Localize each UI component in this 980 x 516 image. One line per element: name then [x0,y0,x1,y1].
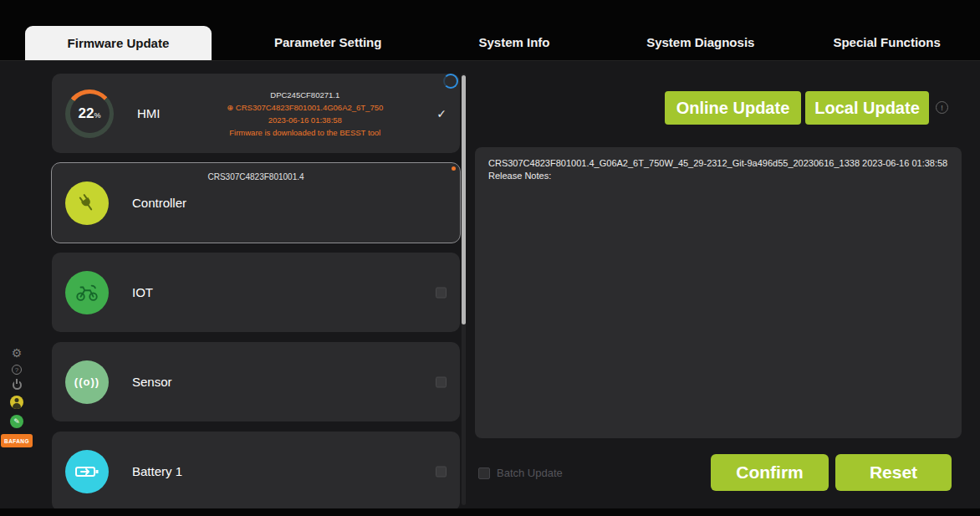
tab-special-functions[interactable]: Special Functions [794,23,980,60]
scrollbar-track [462,74,466,505]
iot-checkbox[interactable] [436,287,447,298]
firmware-file-icon: ⊕ [227,103,233,112]
power-icon[interactable] [13,381,22,390]
device-card-controller[interactable]: CRS307C4823F801001.4 Controller [52,163,460,243]
device-name-sensor: Sensor [132,375,172,389]
bottom-strip [0,508,980,516]
iot-bike-icon [65,271,109,314]
firmware-build-info: CRS307C4823F801001.4_G06A2_6T_750W_45_29… [488,157,948,170]
battery-icon [65,450,109,493]
release-notes-label: Release Notes: [488,170,948,182]
tab-parameter-setting[interactable]: Parameter Setting [235,23,421,60]
hmi-firmware-info: DPC245CF80271.1 ⊕ CRS307C4823F801001.4G0… [167,89,444,139]
scrollbar-thumb[interactable] [462,75,466,324]
side-icon-rail: ⚙ ? ✎ BAFANG [0,347,33,447]
device-name-hmi: HMI [137,106,161,120]
tab-system-diagnosis[interactable]: System Diagnosis [607,23,794,60]
controller-notification-dot [452,166,456,171]
tab-firmware-update[interactable]: Firmware Update [25,26,212,60]
user-account-icon[interactable] [10,396,23,409]
device-name-battery: Battery 1 [132,464,182,478]
sensor-signal-icon: ((o)) [65,360,109,404]
device-card-hmi[interactable]: 22% HMI DPC245CF80271.1 ⊕ CRS307C4823F80… [52,74,460,153]
tab-bar: Firmware Update Parameter Setting System… [0,23,980,60]
help-icon[interactable]: ? [12,365,22,375]
edit-pencil-icon[interactable]: ✎ [10,415,23,428]
confirm-button[interactable]: Confirm [711,454,829,491]
hmi-progress-value: 22% [70,94,110,133]
device-card-battery[interactable]: Battery 1 [52,432,460,511]
settings-gear-icon[interactable]: ⚙ [12,347,23,359]
tab-system-info[interactable]: System Info [421,23,608,60]
loading-spinner-icon [443,74,458,89]
local-update-button[interactable]: Local Update [805,91,929,125]
sensor-checkbox[interactable] [436,376,447,387]
hmi-firmware-timestamp: 2023-06-16 01:38:58 [167,114,444,126]
device-card-iot[interactable]: IOT [52,253,460,332]
hmi-progress-ring: 22% [65,89,114,138]
battery-checkbox[interactable] [436,466,447,477]
hmi-download-status: Firmware is downloaded to the BESST tool [167,126,444,139]
reset-button[interactable]: Reset [835,454,952,491]
batch-update-row: Batch Update [478,467,563,479]
besst-tool-window: Firmware Update Parameter Setting System… [0,0,980,516]
controller-plug-icon [65,181,109,225]
controller-version: CRS307C4823F801001.4 [52,172,460,181]
device-card-sensor[interactable]: ((o)) Sensor [52,342,460,421]
batch-update-checkbox[interactable] [478,467,490,479]
release-notes-panel: CRS307C4823F801001.4_G06A2_6T_750W_45_29… [475,147,962,438]
device-name-iot: IOT [132,285,153,299]
device-list: 22% HMI DPC245CF80271.1 ⊕ CRS307C4823F80… [52,74,460,511]
info-icon[interactable]: ! [936,101,948,114]
hmi-firmware-file: CRS307C4823F801001.4G06A2_6T_750 [236,103,383,112]
hmi-firmware-file-row: ⊕ CRS307C4823F801001.4G06A2_6T_750 [167,101,444,114]
bafang-logo: BAFANG [1,434,33,447]
device-name-controller: Controller [132,196,186,210]
online-update-button[interactable]: Online Update [665,91,801,125]
hmi-check-icon[interactable]: ✓ [436,107,447,120]
batch-update-label: Batch Update [497,467,563,479]
hmi-model-number: DPC245CF80271.1 [167,89,444,101]
